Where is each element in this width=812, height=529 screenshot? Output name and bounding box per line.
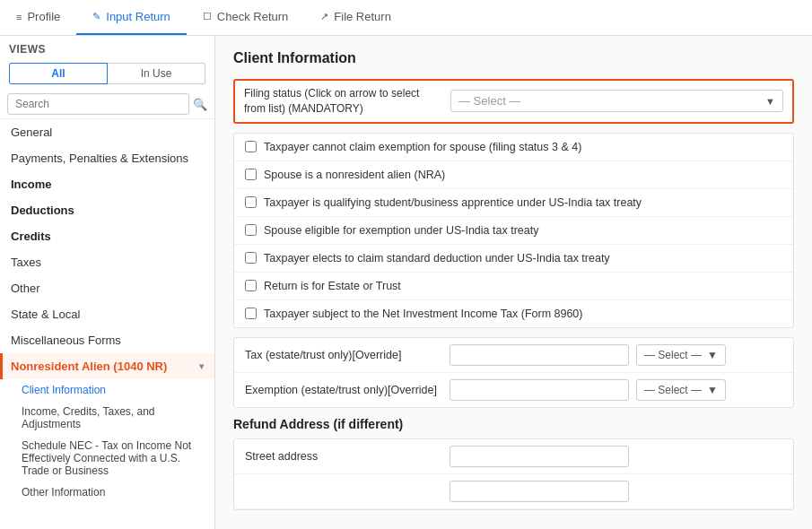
refund-row-2 (234, 474, 793, 509)
refund-street-label: Street address (245, 450, 442, 463)
checkbox-label-3: Taxpayer is qualifying student/business … (264, 196, 642, 209)
filing-status-placeholder: — Select — (458, 94, 520, 108)
sidebar-item-general[interactable]: General (0, 119, 214, 145)
checkbox-3[interactable] (245, 196, 257, 208)
search-row: 🔍 (0, 90, 214, 119)
checkbox-row-4: Spouse eligible for exemption under US-I… (234, 217, 793, 245)
sidebar-item-state-local[interactable]: State & Local (0, 301, 214, 327)
checkbox-section: Taxpayer cannot claim exemption for spou… (233, 133, 794, 328)
views-label: Views (0, 36, 214, 59)
sidebar-item-deductions[interactable]: Deductions (0, 197, 214, 223)
sidebar-item-taxes[interactable]: Taxes (0, 249, 214, 275)
filing-status-select[interactable]: — Select — ▼ (450, 90, 783, 112)
filing-status-box: Filing status (Click on arrow to select … (233, 79, 794, 124)
override-input-1[interactable] (450, 344, 629, 366)
override-select-text-1: — Select — (644, 349, 702, 361)
checkbox-4[interactable] (245, 224, 257, 236)
refund-section-title: Refund Address (if different) (233, 417, 794, 431)
override-input-2[interactable] (450, 379, 629, 401)
checkbox-row-7: Taxpayer subject to the Net Investment I… (234, 300, 793, 327)
top-nav: ≡ Profile ✎ Input Return ☐ Check Return … (0, 0, 812, 36)
checkbox-7[interactable] (245, 308, 257, 319)
toggle-row: All In Use (0, 59, 214, 90)
tab-profile-label: Profile (27, 10, 60, 23)
sidebar-item-credits[interactable]: Credits (0, 223, 214, 249)
tab-check-return-label: Check Return (217, 10, 288, 23)
check-icon: ☐ (203, 11, 212, 22)
chevron-down-icon: ▼ (765, 96, 775, 107)
checkbox-row-2: Spouse is a nonresident alien (NRA) (234, 161, 793, 189)
override-select-text-2: — Select — (644, 384, 702, 396)
sidebar-item-payments[interactable]: Payments, Penalties & Extensions (0, 145, 214, 171)
search-input[interactable] (7, 93, 189, 115)
override-label-2: Exemption (estate/trust only)[Override] (245, 384, 442, 396)
sidebar-subitem-schedule-nec[interactable]: Schedule NEC - Tax on Income Not Effecti… (0, 435, 214, 481)
checkbox-6[interactable] (245, 280, 257, 291)
checkbox-2[interactable] (245, 169, 257, 180)
filing-status-label: Filing status (Click on arrow to select … (244, 86, 441, 117)
checkbox-label-2: Spouse is a nonresident alien (NRA) (264, 169, 445, 181)
checkbox-1[interactable] (245, 141, 257, 152)
search-icon: 🔍 (193, 98, 207, 111)
chevron-down-icon: ▼ (707, 349, 718, 361)
sidebar: Views All In Use 🔍 General Payments, Pen… (0, 36, 215, 529)
content-area: Client Information Filing status (Click … (215, 36, 812, 529)
checkbox-label-4: Spouse eligible for exemption under US-I… (264, 224, 538, 237)
override-row-2: Exemption (estate/trust only)[Override] … (234, 373, 793, 407)
refund-row2-input[interactable] (450, 481, 629, 502)
sidebar-item-income[interactable]: Income (0, 171, 214, 197)
send-icon: ↗ (320, 11, 328, 22)
tab-file-return-label: File Return (334, 10, 391, 23)
checkbox-5[interactable] (245, 252, 257, 264)
sidebar-subitem-income-credits[interactable]: Income, Credits, Taxes, and Adjustments (0, 401, 214, 435)
main-layout: Views All In Use 🔍 General Payments, Pen… (0, 36, 812, 529)
sidebar-item-other[interactable]: Other (0, 275, 214, 301)
tab-check-return[interactable]: ☐ Check Return (187, 0, 304, 35)
sidebar-list: General Payments, Penalties & Extensions… (0, 119, 214, 529)
override-select-2[interactable]: — Select — ▼ (636, 379, 726, 401)
sidebar-item-misc-forms[interactable]: Miscellaneous Forms (0, 327, 214, 353)
chevron-down-icon: ▼ (707, 384, 718, 396)
override-label-1: Tax (estate/trust only)[Override] (245, 349, 442, 361)
pencil-icon: ✎ (92, 11, 100, 22)
tab-input-return[interactable]: ✎ Input Return (76, 0, 187, 35)
checkbox-row-1: Taxpayer cannot claim exemption for spou… (234, 134, 793, 161)
page-title: Client Information (233, 50, 794, 66)
override-row-1: Tax (estate/trust only)[Override] — Sele… (234, 338, 793, 373)
refund-section: Street address (233, 438, 794, 510)
toggle-in-use[interactable]: In Use (108, 63, 205, 84)
sidebar-item-nonresident[interactable]: Nonresident Alien (1040 NR) ▾ (0, 353, 214, 379)
tab-profile[interactable]: ≡ Profile (0, 0, 76, 35)
refund-street-input[interactable] (450, 446, 629, 467)
checkbox-label-1: Taxpayer cannot claim exemption for spou… (264, 141, 581, 153)
chevron-down-icon: ▾ (199, 361, 204, 371)
checkbox-row-6: Return is for Estate or Trust (234, 273, 793, 300)
sidebar-subitem-other-info[interactable]: Other Information (0, 481, 214, 503)
tab-file-return[interactable]: ↗ File Return (304, 0, 407, 35)
checkbox-label-5: Taxpayer elects to claim standard deduct… (264, 252, 610, 264)
override-section: Tax (estate/trust only)[Override] — Sele… (233, 337, 794, 408)
refund-row-street: Street address (234, 439, 793, 474)
tab-input-return-label: Input Return (106, 10, 170, 23)
override-select-1[interactable]: — Select — ▼ (636, 344, 726, 366)
checkbox-label-7: Taxpayer subject to the Net Investment I… (264, 308, 583, 320)
profile-icon: ≡ (16, 12, 22, 22)
checkbox-row-5: Taxpayer elects to claim standard deduct… (234, 245, 793, 273)
checkbox-row-3: Taxpayer is qualifying student/business … (234, 189, 793, 217)
toggle-all[interactable]: All (9, 63, 108, 84)
sidebar-subitem-client-info[interactable]: Client Information (0, 379, 214, 401)
checkbox-label-6: Return is for Estate or Trust (264, 280, 401, 292)
